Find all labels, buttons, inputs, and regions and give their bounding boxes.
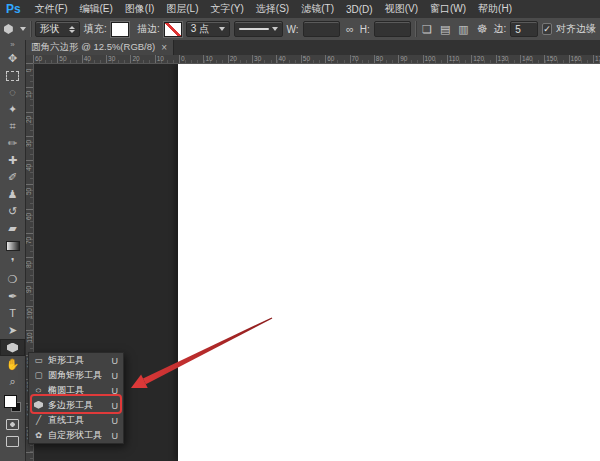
- shape-tools-flyout: ▭ 矩形工具 U ▢ 圆角矩形工具 U ○ 椭圆工具 U 多边形工具 U: [28, 352, 124, 444]
- dodge-tool[interactable]: ❍: [0, 271, 25, 288]
- menu-item-label: 图层(L): [166, 2, 198, 16]
- flyout-item-shortcut: U: [112, 401, 119, 411]
- tool-icon: ✦: [8, 104, 17, 115]
- ruler-number: 80: [25, 257, 33, 281]
- tool-icon: [4, 395, 21, 412]
- stroke-style-select[interactable]: [234, 21, 283, 37]
- ruler-number: 110: [447, 55, 471, 63]
- ruler-number: 120: [471, 55, 495, 63]
- flyout-item[interactable]: ▢ 圆角矩形工具 U: [29, 368, 123, 383]
- flyout-item[interactable]: ✿ 自定形状工具 U: [29, 428, 123, 443]
- menu-item-label: 滤镜(T): [301, 2, 334, 16]
- ruler-number: 50: [25, 184, 33, 208]
- zoom-tool[interactable]: ⌕: [0, 373, 25, 390]
- menu-item[interactable]: 图像(I): [119, 0, 160, 18]
- horizontal-ruler: 6050403020100102030405060708090100110120…: [33, 55, 600, 64]
- width-label: W:: [287, 24, 299, 35]
- tool-icon: ✋: [6, 359, 20, 370]
- sides-input[interactable]: 5: [510, 21, 538, 37]
- fill-swatch[interactable]: [111, 22, 129, 37]
- ruler-number: 40: [25, 160, 33, 184]
- lasso-tool[interactable]: ◌: [0, 84, 25, 101]
- dropdown-icon: [272, 27, 278, 31]
- quick-selection-tool[interactable]: ✦: [0, 101, 25, 118]
- tool-icon: [6, 436, 19, 447]
- path-arrangement-icon[interactable]: ▥: [456, 24, 470, 35]
- width-input[interactable]: [303, 21, 340, 37]
- flyout-item[interactable]: 多边形工具 U: [29, 398, 123, 413]
- flyout-tool-icon: [33, 401, 44, 411]
- ruler-number: 170: [593, 55, 600, 63]
- menu-item[interactable]: 滤镜(T): [295, 0, 340, 18]
- menu-item[interactable]: 编辑(E): [73, 0, 118, 18]
- menu-item[interactable]: 帮助(H): [472, 0, 518, 18]
- separator: [415, 21, 416, 37]
- ruler-number: 70: [349, 55, 373, 63]
- document-tab-bar: 圆角六边形 @ 12.5%(RGB/8) ×: [25, 40, 600, 55]
- flyout-item[interactable]: ▭ 矩形工具 U: [29, 353, 123, 368]
- ruler-number: 50: [301, 55, 325, 63]
- clone-stamp-tool[interactable]: ♟: [0, 186, 25, 203]
- tool-icon: »: [10, 41, 14, 49]
- flyout-tool-icon: ✿: [33, 431, 44, 440]
- gear-icon[interactable]: ☸: [475, 23, 490, 35]
- menu-item[interactable]: 选择(S): [250, 0, 295, 18]
- flyout-item[interactable]: ╱ 直线工具 U: [29, 413, 123, 428]
- menu-item[interactable]: 图层(L): [160, 0, 204, 18]
- menu-item[interactable]: 3D(D): [340, 0, 379, 18]
- crop-tool[interactable]: ⌗: [0, 118, 25, 135]
- tool-icon: ❜: [11, 257, 15, 268]
- ruler-number: 30: [25, 136, 33, 160]
- menu-item-label: 文件(F): [35, 2, 68, 16]
- height-input[interactable]: [374, 21, 411, 37]
- flyout-item-label: 矩形工具: [48, 354, 84, 367]
- eyedropper-tool[interactable]: ✏: [0, 135, 25, 152]
- document-tab-title: 圆角六边形 @ 12.5%(RGB/8): [31, 41, 155, 54]
- path-operations-icon[interactable]: ❏: [420, 24, 434, 35]
- document-tab[interactable]: 圆角六边形 @ 12.5%(RGB/8) ×: [25, 40, 174, 55]
- ruler-number: 100: [25, 306, 33, 330]
- hand-tool[interactable]: ✋: [0, 356, 25, 373]
- stroke-swatch[interactable]: [164, 22, 182, 37]
- screen-mode-button[interactable]: [0, 433, 25, 450]
- ruler-number: 0: [25, 63, 33, 87]
- rectangular-marquee-tool[interactable]: [0, 67, 25, 84]
- menu-item[interactable]: 视图(V): [379, 0, 424, 18]
- spot-healing-brush-tool[interactable]: ✚: [0, 152, 25, 169]
- flyout-item-shortcut: U: [112, 431, 119, 441]
- tool-preset-icon[interactable]: [4, 24, 13, 34]
- ruler-number: 20: [228, 55, 252, 63]
- path-selection-tool[interactable]: ➤: [0, 322, 25, 339]
- link-dimensions-icon[interactable]: ∞: [344, 24, 356, 35]
- path-alignment-icon[interactable]: ▤: [438, 24, 452, 35]
- stroke-width-select[interactable]: 3 点: [186, 21, 230, 37]
- quick-mask-button[interactable]: [0, 416, 25, 433]
- close-tab-icon[interactable]: ×: [161, 42, 167, 53]
- menu-item[interactable]: 文件(F): [29, 0, 74, 18]
- collapse-panel[interactable]: »: [0, 40, 25, 50]
- shape-tool[interactable]: [0, 339, 25, 356]
- pen-tool[interactable]: ✒: [0, 288, 25, 305]
- history-brush-tool[interactable]: ↺: [0, 203, 25, 220]
- canvas[interactable]: [178, 63, 600, 461]
- flyout-item[interactable]: ○ 椭圆工具 U: [29, 383, 123, 398]
- blur-tool[interactable]: ❜: [0, 254, 25, 271]
- align-edges-checkbox[interactable]: ✓: [542, 23, 552, 35]
- tool-icon: ✥: [8, 53, 17, 64]
- tool-icon: [6, 419, 19, 430]
- tool-preset-dropdown-icon[interactable]: [20, 27, 26, 31]
- tool-mode-select[interactable]: 形状: [35, 21, 80, 37]
- gradient-tool[interactable]: [0, 237, 25, 254]
- menu-item[interactable]: 窗口(W): [424, 0, 472, 18]
- tool-icon: ✚: [8, 155, 17, 166]
- menu-item[interactable]: 文字(Y): [205, 0, 250, 18]
- brush-tool[interactable]: ✐: [0, 169, 25, 186]
- color-swatches[interactable]: [0, 390, 25, 416]
- move-tool[interactable]: ✥: [0, 50, 25, 67]
- ruler-number: 60: [33, 55, 57, 63]
- height-label: H:: [360, 24, 370, 35]
- fill-label: 填充:: [84, 22, 107, 36]
- type-tool[interactable]: T: [0, 305, 25, 322]
- ruler-number: 30: [106, 55, 130, 63]
- eraser-tool[interactable]: ▰: [0, 220, 25, 237]
